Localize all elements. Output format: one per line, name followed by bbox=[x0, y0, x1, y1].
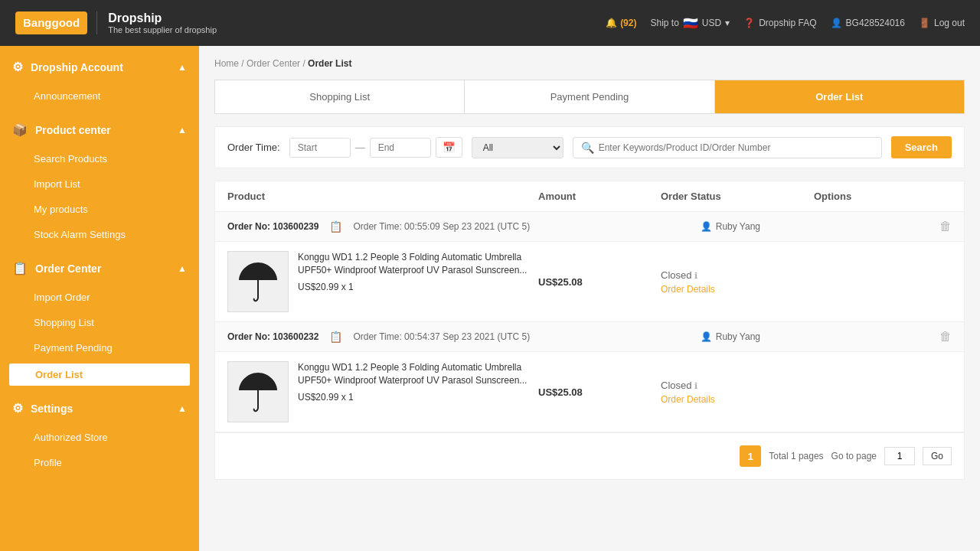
sidebar-item-announcement[interactable]: Announcement bbox=[0, 83, 199, 109]
breadcrumb-order-center[interactable]: Order Center bbox=[247, 58, 300, 69]
customer-name-2: Ruby Yang bbox=[716, 331, 760, 342]
product-info-1: Konggu WD1 1.2 People 3 Folding Automati… bbox=[298, 251, 538, 292]
sidebar-group-dropship-account[interactable]: ⚙ Dropship Account ▲ bbox=[0, 51, 199, 83]
pagination: 1 Total 1 pages Go to page Go bbox=[214, 433, 965, 480]
product-price-2: US$20.99 x 1 bbox=[298, 392, 538, 403]
bell-icon: 🔔 bbox=[606, 18, 617, 28]
user-id-link[interactable]: 👤 BG428524016 bbox=[831, 18, 905, 28]
status-text-2: Closed bbox=[661, 380, 691, 391]
chevron-up-icon-3: ▲ bbox=[178, 263, 187, 274]
order-block-1: Order No: 103600239 📋 Order Time: 00:55:… bbox=[215, 212, 964, 322]
sidebar-item-profile[interactable]: Profile bbox=[0, 450, 199, 475]
sidebar-item-import-order[interactable]: Import Order bbox=[0, 285, 199, 310]
order-time-2: Order Time: 00:54:37 Sep 23 2021 (UTC 5) bbox=[353, 331, 530, 342]
ship-to-label: Ship to bbox=[650, 18, 678, 28]
sidebar-item-order-list[interactable]: Order List bbox=[8, 362, 191, 387]
header-right: 🔔 (92) Ship to 🇷🇺 USD ▾ ❓ Dropship FAQ 👤… bbox=[606, 16, 965, 31]
chevron-up-icon-4: ▲ bbox=[178, 403, 187, 414]
ship-to[interactable]: Ship to 🇷🇺 USD ▾ bbox=[650, 16, 730, 31]
page-1-button[interactable]: 1 bbox=[740, 445, 761, 467]
logo: Banggood bbox=[15, 11, 87, 34]
product-name-1: Konggu WD1 1.2 People 3 Folding Automati… bbox=[298, 251, 538, 277]
currency: USD bbox=[702, 18, 721, 28]
breadcrumb-home[interactable]: Home bbox=[214, 58, 239, 69]
order-row-2: Konggu WD1 1.2 People 3 Folding Automati… bbox=[215, 352, 964, 432]
tab-shopping-list[interactable]: Shopping List bbox=[215, 80, 465, 113]
user-icon: 👤 bbox=[831, 18, 842, 28]
sidebar-item-shopping-list[interactable]: Shopping List bbox=[0, 310, 199, 335]
sidebar-item-authorized-store[interactable]: Authorized Store bbox=[0, 425, 199, 450]
order-meta-1: Order No: 103600239 📋 Order Time: 00:55:… bbox=[215, 212, 964, 242]
sidebar-section-order-center: 📋 Order Center ▲ Import Order Shopping L… bbox=[0, 252, 199, 387]
status-2: Closed ℹ Order Details bbox=[661, 380, 814, 405]
product-info-2: Konggu WD1 1.2 People 3 Folding Automati… bbox=[298, 361, 538, 403]
orders-table: Product Amount Order Status Options Orde… bbox=[214, 181, 965, 433]
status-select[interactable]: All bbox=[472, 137, 564, 158]
copy-icon-1[interactable]: 📋 bbox=[329, 220, 342, 233]
go-to-label: Go to page bbox=[831, 451, 877, 461]
faq-link[interactable]: ❓ Dropship FAQ bbox=[743, 18, 816, 28]
chevron-up-icon: ▲ bbox=[178, 62, 187, 73]
sidebar-group-label-settings: Settings bbox=[31, 403, 73, 415]
order-details-link-1[interactable]: Order Details bbox=[661, 284, 814, 295]
delete-icon-2[interactable]: 🗑 bbox=[939, 330, 952, 344]
goto-page-input[interactable] bbox=[884, 447, 915, 465]
col-options: Options bbox=[814, 191, 952, 202]
table-header: Product Amount Order Status Options bbox=[215, 181, 964, 212]
product-price-1: US$20.99 x 1 bbox=[298, 282, 538, 292]
sidebar-item-search-products[interactable]: Search Products bbox=[0, 146, 199, 171]
bell-area[interactable]: 🔔 (92) bbox=[606, 18, 636, 28]
total-pages: Total 1 pages bbox=[769, 451, 823, 461]
sidebar-group-order-center[interactable]: 📋 Order Center ▲ bbox=[0, 252, 199, 285]
copy-icon-2[interactable]: 📋 bbox=[329, 331, 342, 343]
order-block-2: Order No: 103600232 📋 Order Time: 00:54:… bbox=[215, 322, 964, 432]
customer-name-1: Ruby Yang bbox=[716, 221, 760, 232]
user-icon-1: 👤 bbox=[701, 221, 712, 232]
product-image-2 bbox=[227, 361, 289, 422]
product-cell-1: Konggu WD1 1.2 People 3 Folding Automati… bbox=[227, 251, 538, 312]
amount-2: US$25.08 bbox=[538, 386, 661, 398]
logout-label: Log out bbox=[934, 18, 965, 28]
date-end-input[interactable] bbox=[370, 138, 431, 158]
amount-1: US$25.08 bbox=[538, 276, 661, 288]
info-icon-2[interactable]: ℹ bbox=[694, 381, 697, 390]
search-input[interactable] bbox=[599, 138, 874, 158]
sidebar-item-import-list[interactable]: Import List bbox=[0, 171, 199, 197]
order-row-1: Konggu WD1 1.2 People 3 Folding Automati… bbox=[215, 242, 964, 321]
faq-label: Dropship FAQ bbox=[759, 18, 816, 28]
tab-order-list[interactable]: Order List bbox=[715, 80, 964, 113]
search-button[interactable]: Search bbox=[891, 136, 952, 158]
breadcrumb-current: Order List bbox=[308, 58, 351, 69]
date-start-input[interactable] bbox=[289, 138, 351, 158]
chevron-up-icon-2: ▲ bbox=[178, 125, 187, 135]
chevron-down-icon: ▾ bbox=[725, 18, 730, 28]
sidebar-group-label-product-center: Product center bbox=[35, 124, 111, 136]
header-brand: Dropship The best supplier of dropship bbox=[96, 11, 217, 34]
logout-link[interactable]: 🚪 Log out bbox=[919, 18, 965, 28]
calendar-icon[interactable]: 📅 bbox=[436, 137, 462, 158]
logout-icon: 🚪 bbox=[919, 18, 930, 28]
sidebar-group-label-order-center: Order Center bbox=[35, 262, 101, 275]
go-button[interactable]: Go bbox=[923, 447, 952, 465]
sidebar-section-dropship-account: ⚙ Dropship Account ▲ Announcement bbox=[0, 51, 199, 109]
delete-icon-1[interactable]: 🗑 bbox=[939, 220, 952, 233]
sidebar-group-settings[interactable]: ⚙ Settings ▲ bbox=[0, 392, 199, 425]
logo-area: Banggood Dropship The best supplier of d… bbox=[15, 11, 217, 34]
sidebar-item-my-products[interactable]: My products bbox=[0, 197, 199, 222]
sidebar-item-payment-pending[interactable]: Payment Pending bbox=[0, 335, 199, 360]
order-details-link-2[interactable]: Order Details bbox=[661, 394, 814, 405]
filter-bar: Order Time: — 📅 All 🔍 Search bbox=[214, 126, 965, 168]
product-name-2: Konggu WD1 1.2 People 3 Folding Automati… bbox=[298, 361, 538, 387]
order-time-label: Order Time: bbox=[227, 142, 280, 153]
product-icon: 📦 bbox=[12, 122, 28, 137]
date-separator: — bbox=[355, 142, 365, 153]
sidebar-item-stock-alarm[interactable]: Stock Alarm Settings bbox=[0, 222, 199, 247]
logo-tagline-area: Dropship The best supplier of dropship bbox=[96, 11, 217, 34]
order-customer-1: 👤 Ruby Yang bbox=[701, 221, 760, 232]
tab-payment-pending[interactable]: Payment Pending bbox=[465, 80, 714, 113]
sidebar-group-product-center[interactable]: 📦 Product center ▲ bbox=[0, 113, 199, 146]
info-icon-1[interactable]: ℹ bbox=[694, 271, 697, 280]
brand-subtitle: The best supplier of dropship bbox=[108, 25, 217, 34]
sidebar: ⚙ Dropship Account ▲ Announcement 📦 Prod… bbox=[0, 46, 199, 551]
date-range: — 📅 bbox=[289, 137, 462, 158]
